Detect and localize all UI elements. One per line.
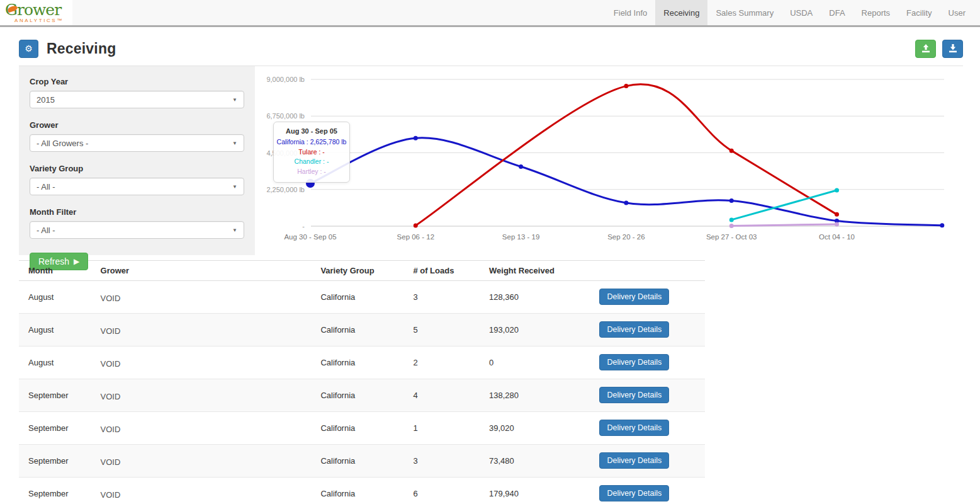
table-row: September VOID California 3 73,480 Deliv… [19, 445, 705, 478]
table-row: August VOID California 2 0 Delivery Deta… [19, 346, 705, 379]
upload-button[interactable] [915, 40, 936, 58]
header-weight: Weight Received [480, 261, 590, 281]
data-point-tulare[interactable] [414, 223, 418, 227]
delivery-details-button[interactable]: Delivery Details [599, 420, 669, 436]
header-variety: Variety Group [311, 261, 403, 281]
table-row: September VOID California 6 179,940 Deli… [19, 478, 705, 504]
delivery-details-button[interactable]: Delivery Details [599, 452, 669, 469]
gear-icon: ⚙ [25, 43, 33, 54]
brand-logo[interactable]: Grower ANALYTICS™ [0, 0, 72, 25]
y-tick-label: 6,750,000 lb [266, 112, 305, 120]
crop-year-value: 2015 [37, 95, 55, 105]
chart-area: 9,000,000 lb6,750,000 lb4,500,000 lb2,25… [264, 66, 963, 255]
grower-cell: VOID [91, 346, 312, 379]
x-tick-label: Sep 06 - 12 [397, 233, 434, 241]
series-line-hartley [731, 224, 836, 226]
refresh-label: Refresh [38, 256, 69, 266]
play-icon: ▶ [74, 257, 79, 266]
main-content: ⚙ Receiving Crop Year 2015 ▼ [0, 27, 980, 504]
loads-cell: 4 [403, 379, 480, 412]
month-cell: September [19, 379, 91, 412]
data-point-hartley[interactable] [835, 222, 839, 226]
variety-group-label: Variety Group [30, 164, 244, 173]
grower-cell: VOID [91, 379, 312, 412]
nav-item-reports[interactable]: Reports [853, 0, 899, 25]
month-filter-select[interactable]: - All - ▼ [30, 221, 244, 239]
chevron-down-icon: ▼ [232, 140, 237, 146]
tooltip-title: Aug 30 - Sep 05 [275, 127, 348, 135]
weight-cell: 193,020 [480, 314, 590, 346]
nav-item-usda[interactable]: USDA [782, 0, 821, 25]
variety-group-cell: California [311, 412, 403, 445]
download-button[interactable] [942, 40, 963, 58]
weight-cell: 138,280 [480, 379, 590, 412]
month-cell: August [19, 346, 91, 379]
weight-cell: 39,020 [480, 412, 590, 445]
grower-cell: VOID [91, 314, 312, 346]
table-row: September VOID California 4 138,280 Deli… [19, 379, 705, 412]
settings-button[interactable]: ⚙ [19, 40, 38, 58]
page-header: ⚙ Receiving [19, 38, 963, 59]
tooltip-row-hartley: Hartley : - [275, 167, 348, 177]
nav-item-receiving[interactable]: Receiving [655, 0, 707, 25]
weight-cell: 73,480 [480, 445, 590, 478]
grower-cell: VOID [91, 445, 312, 478]
nav-item-facility[interactable]: Facility [898, 0, 940, 25]
series-line-california [310, 138, 942, 226]
variety-group-cell: California [311, 478, 403, 504]
x-tick-label: Sep 27 - Oct 03 [706, 233, 757, 241]
x-tick-label: Sep 20 - 26 [607, 233, 645, 241]
data-point-california[interactable] [940, 223, 944, 227]
month-cell: August [19, 314, 91, 346]
grower-value: - All Growers - [37, 139, 88, 148]
data-point-california[interactable] [624, 200, 628, 205]
nav-item-dfa[interactable]: DFA [821, 0, 853, 25]
top-navbar: Grower ANALYTICS™ Field InfoReceivingSal… [0, 0, 980, 27]
receiving-line-chart[interactable]: 9,000,000 lb6,750,000 lb4,500,000 lb2,25… [264, 68, 963, 252]
loads-cell: 5 [403, 314, 480, 346]
nav-item-user[interactable]: User [940, 0, 974, 25]
data-point-hartley[interactable] [729, 224, 734, 228]
data-point-chandler[interactable] [729, 217, 734, 222]
month-cell: August [19, 281, 91, 314]
data-point-california[interactable] [729, 198, 734, 203]
nav-item-field-info[interactable]: Field Info [605, 0, 655, 25]
grower-cell: VOID [91, 478, 312, 504]
table-row: August VOID California 5 193,020 Deliver… [19, 314, 705, 346]
variety-group-select[interactable]: - All - ▼ [30, 178, 244, 195]
data-point-california[interactable] [414, 136, 418, 140]
y-tick-label: 9,000,000 lb [266, 76, 305, 83]
tooltip-row-tulare: Tulare : - [275, 147, 348, 158]
primary-nav: Field InfoReceivingSales SummaryUSDADFAR… [605, 0, 980, 25]
delivery-details-button[interactable]: Delivery Details [599, 387, 669, 403]
header-actions [590, 261, 705, 281]
crop-year-select[interactable]: 2015 ▼ [30, 91, 244, 108]
chart-tooltip: Aug 30 - Sep 05 California : 2,625,780 l… [273, 122, 350, 183]
month-filter-value: - All - [37, 226, 55, 235]
y-tick-label: 2,250,000 lb [266, 186, 305, 193]
weight-cell: 179,940 [480, 478, 590, 504]
loads-cell: 3 [403, 281, 480, 314]
brand-subname: ANALYTICS™ [14, 18, 64, 23]
data-point-california[interactable] [519, 164, 523, 169]
data-point-tulare[interactable] [835, 212, 839, 217]
grower-select[interactable]: - All Growers - ▼ [30, 134, 244, 152]
grower-cell: VOID [91, 281, 312, 314]
delivery-details-button[interactable]: Delivery Details [599, 289, 669, 305]
tooltip-row-chandler: Chandler : - [275, 157, 348, 167]
y-tick-label: - [302, 222, 305, 230]
variety-group-cell: California [311, 445, 403, 478]
x-tick-label: Oct 04 - 10 [819, 233, 855, 241]
variety-group-cell: California [311, 314, 403, 346]
data-point-tulare[interactable] [729, 149, 734, 153]
data-point-tulare[interactable] [624, 84, 628, 88]
delivery-details-button[interactable]: Delivery Details [599, 321, 669, 338]
delivery-details-button[interactable]: Delivery Details [599, 485, 669, 501]
data-point-chandler[interactable] [835, 188, 839, 193]
x-tick-label: Aug 30 - Sep 05 [284, 233, 336, 241]
variety-group-value: - All - [37, 182, 55, 192]
x-tick-label: Sep 13 - 19 [502, 233, 539, 241]
grower-label: Grower [30, 120, 244, 130]
nav-item-sales-summary[interactable]: Sales Summary [707, 0, 782, 25]
delivery-details-button[interactable]: Delivery Details [599, 354, 669, 370]
